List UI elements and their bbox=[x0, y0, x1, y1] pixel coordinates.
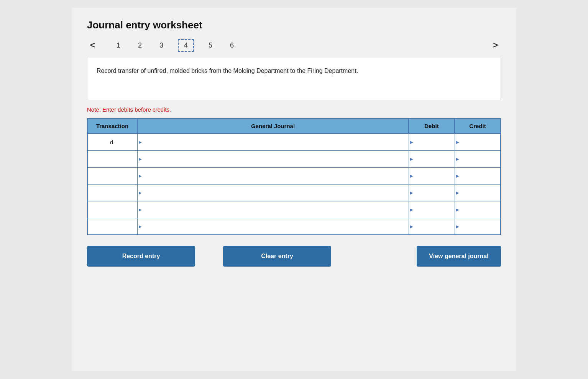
credit-cell[interactable] bbox=[455, 167, 501, 184]
col-header-debit: Debit bbox=[409, 119, 455, 133]
transaction-cell bbox=[87, 184, 137, 201]
page-4-active[interactable]: 4 bbox=[178, 39, 194, 52]
page-5[interactable]: 5 bbox=[205, 40, 215, 51]
table-row: d. bbox=[87, 133, 501, 150]
transaction-cell bbox=[87, 201, 137, 218]
debit-input[interactable] bbox=[412, 151, 452, 167]
transaction-cell bbox=[87, 167, 137, 184]
journal-cell[interactable] bbox=[137, 167, 409, 184]
page-title: Journal entry worksheet bbox=[87, 19, 501, 31]
credit-cell[interactable] bbox=[455, 133, 501, 150]
journal-cell[interactable] bbox=[137, 201, 409, 218]
main-container: Journal entry worksheet < 1 2 3 4 5 6 > … bbox=[72, 8, 516, 371]
journal-cell[interactable] bbox=[137, 184, 409, 201]
view-general-journal-button[interactable]: View general journal bbox=[417, 246, 501, 267]
transaction-cell bbox=[87, 218, 137, 235]
credit-input[interactable] bbox=[458, 185, 498, 201]
page-3[interactable]: 3 bbox=[156, 40, 166, 51]
journal-input[interactable] bbox=[141, 201, 406, 218]
page-6[interactable]: 6 bbox=[227, 40, 237, 51]
pagination-nav: < 1 2 3 4 5 6 > bbox=[87, 39, 501, 52]
clear-entry-button[interactable]: Clear entry bbox=[223, 246, 331, 267]
buttons-row: Record entry Clear entry View general jo… bbox=[87, 246, 501, 267]
debit-cell[interactable] bbox=[409, 150, 455, 167]
debit-input[interactable] bbox=[412, 201, 452, 218]
next-arrow[interactable]: > bbox=[490, 39, 501, 52]
credit-input[interactable] bbox=[458, 134, 498, 150]
journal-input[interactable] bbox=[141, 151, 406, 167]
table-row bbox=[87, 184, 501, 201]
credit-input[interactable] bbox=[458, 168, 498, 184]
description-box: Record transfer of unfired, molded brick… bbox=[87, 58, 501, 100]
debit-cell[interactable] bbox=[409, 167, 455, 184]
table-row bbox=[87, 218, 501, 235]
debit-input[interactable] bbox=[412, 185, 452, 201]
debit-input[interactable] bbox=[412, 218, 452, 235]
col-header-credit: Credit bbox=[455, 119, 501, 133]
transaction-cell: d. bbox=[87, 133, 137, 150]
debit-cell[interactable] bbox=[409, 218, 455, 235]
credit-input[interactable] bbox=[458, 218, 498, 235]
debit-cell[interactable] bbox=[409, 184, 455, 201]
credit-cell[interactable] bbox=[455, 218, 501, 235]
record-entry-button[interactable]: Record entry bbox=[87, 246, 195, 267]
transaction-cell bbox=[87, 150, 137, 167]
credit-cell[interactable] bbox=[455, 150, 501, 167]
credit-input[interactable] bbox=[458, 151, 498, 167]
table-row bbox=[87, 201, 501, 218]
journal-cell[interactable] bbox=[137, 133, 409, 150]
journal-cell[interactable] bbox=[137, 218, 409, 235]
debit-cell[interactable] bbox=[409, 133, 455, 150]
debit-input[interactable] bbox=[412, 134, 452, 150]
table-row bbox=[87, 150, 501, 167]
note-text: Note: Enter debits before credits. bbox=[87, 106, 501, 113]
page-1[interactable]: 1 bbox=[113, 40, 123, 51]
credit-input[interactable] bbox=[458, 201, 498, 218]
prev-arrow[interactable]: < bbox=[87, 39, 98, 52]
description-text: Record transfer of unfired, molded brick… bbox=[97, 66, 491, 76]
journal-input[interactable] bbox=[141, 185, 406, 201]
debit-cell[interactable] bbox=[409, 201, 455, 218]
page-2[interactable]: 2 bbox=[135, 40, 145, 51]
journal-input[interactable] bbox=[141, 218, 406, 235]
col-header-general-journal: General Journal bbox=[137, 119, 409, 133]
col-header-transaction: Transaction bbox=[87, 119, 137, 133]
debit-input[interactable] bbox=[412, 168, 452, 184]
journal-cell[interactable] bbox=[137, 150, 409, 167]
table-row bbox=[87, 167, 501, 184]
journal-input[interactable] bbox=[141, 168, 406, 184]
journal-input[interactable] bbox=[141, 134, 406, 150]
credit-cell[interactable] bbox=[455, 184, 501, 201]
journal-table: Transaction General Journal Debit Credit… bbox=[87, 118, 501, 235]
credit-cell[interactable] bbox=[455, 201, 501, 218]
